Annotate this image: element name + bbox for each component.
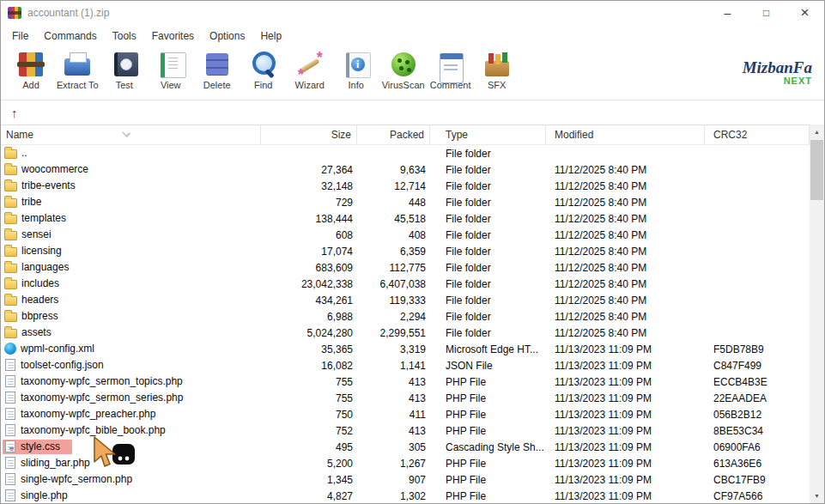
file-name-wrap: wpml-config.xml [3,342,106,356]
brand-logo: MizbanFa NEXT [743,58,812,86]
vertical-scrollbar[interactable]: ▲ ▼ [810,124,824,503]
find-button[interactable]: Find [240,50,287,91]
folder-icon [4,247,17,257]
column-header-modified[interactable]: Modified [546,125,705,144]
test-button[interactable]: Test [101,50,148,91]
add-button[interactable]: Add [8,50,54,91]
file-packed: 112,775 [357,262,430,274]
file-row[interactable]: headers 434,261 119,333 File folder 11/1… [1,292,810,308]
file-row[interactable]: includes 23,042,338 6,407,038 File folde… [1,276,810,292]
file-row[interactable]: assets 5,024,280 2,299,551 File folder 1… [1,325,810,341]
file-modified: 11/13/2023 11:09 PM [546,490,705,502]
extract-to-icon [63,51,92,78]
php-file-icon [5,408,15,420]
file-packed: 12,714 [357,180,430,192]
close-button[interactable]: × [786,1,824,25]
file-row[interactable]: licensing 17,074 6,359 File folder 11/12… [1,243,810,259]
file-packed: 1,267 [357,458,430,470]
file-modified: 11/13/2023 11:09 PM [546,360,705,372]
css-file-icon [5,440,15,452]
menu-file[interactable]: File [4,27,36,46]
virus-scan-button[interactable]: VirusScan [379,50,428,91]
column-header-crc32[interactable]: CRC32 [705,125,810,144]
menu-options[interactable]: Options [202,27,252,46]
menu-commands[interactable]: Commands [36,27,104,46]
file-size: 16,082 [261,360,357,372]
file-crc32: CF97A566 [705,490,810,502]
file-type: PHP File [430,474,546,486]
column-header-packed[interactable]: Packed [357,125,430,144]
file-modified: 11/12/2025 8:40 PM [546,295,705,307]
extract-to-button[interactable]: Extract To [54,50,101,91]
find-icon [249,51,278,78]
menu-tools[interactable]: Tools [105,27,144,46]
file-row[interactable]: sensei 608 408 File folder 11/12/2025 8:… [1,227,810,243]
file-type: File folder [430,180,546,192]
delete-button[interactable]: Delete [194,50,240,91]
scroll-up-icon[interactable]: ▲ [810,124,824,139]
minimize-button[interactable]: – [708,1,747,25]
file-name-wrap: style.css [3,440,72,454]
folder-icon [4,215,17,224]
file-row[interactable]: taxonomy-wpfc_sermon_topics.php 755 413 … [1,373,810,390]
file-row[interactable]: taxonomy-wpfc_preacher.php 750 411 PHP F… [1,406,810,422]
file-row[interactable]: .. File folder [1,145,810,161]
column-header-size[interactable]: Size [261,125,357,144]
file-row[interactable]: languages 683,609 112,775 File folder 11… [1,259,810,276]
file-name: sensei [21,228,52,240]
column-header-type[interactable]: Type [430,125,546,144]
column-headers: Name Size Packed Type Modified CRC32 [1,124,810,145]
file-name-wrap: .. [3,146,39,161]
maximize-button[interactable]: □ [747,1,786,25]
file-row[interactable]: single-wpfc_sermon.php 1,345 907 PHP Fil… [1,471,810,488]
info-button[interactable]: Info [333,50,379,91]
php-file-icon [5,489,15,501]
file-row[interactable]: sliding_bar.php 5,200 1,267 PHP File 11/… [1,455,810,471]
file-name-cell: taxonomy-wpfc_sermon_series.php [1,391,261,406]
file-packed: 119,333 [357,295,430,307]
folder-icon [4,264,17,273]
file-packed: 413 [357,425,430,437]
file-row[interactable]: templates 138,444 45,518 File folder 11/… [1,210,810,227]
file-crc32: ECCB4B3E [705,376,810,388]
sfx-button[interactable]: SFX [474,50,520,91]
sfx-icon [482,51,512,78]
file-name-cell: sliding_bar.php [1,456,261,471]
file-type: File folder [430,295,546,307]
file-packed: 2,294 [357,311,430,323]
file-size: 1,345 [261,474,357,486]
file-name: headers [21,294,58,306]
file-size: 5,200 [261,458,357,470]
column-header-name[interactable]: Name [1,125,261,144]
brand-edition: NEXT [743,76,812,86]
file-row[interactable]: tribe 729 448 File folder 11/12/2025 8:4… [1,194,810,210]
file-size: 5,024,280 [261,327,357,339]
file-row[interactable]: style.css 495 305 Cascading Style Sh... … [1,439,810,455]
menu-favorites[interactable]: Favorites [144,27,202,46]
file-row[interactable]: toolset-config.json 16,082 1,141 JSON Fi… [1,357,810,373]
wizard-button[interactable]: Wizard [287,50,333,91]
file-modified: 11/13/2023 11:09 PM [546,409,705,421]
file-name-wrap: tribe [3,195,53,209]
file-row[interactable]: woocommerce 27,364 9,634 File folder 11/… [1,161,810,178]
scrollbar-thumb[interactable] [810,140,823,200]
view-button[interactable]: View [148,50,194,91]
file-row[interactable]: taxonomy-wpfc_sermon_series.php 755 413 … [1,390,810,406]
file-row[interactable]: tribe-events 32,148 12,714 File folder 1… [1,178,810,194]
comment-button[interactable]: Comment [428,50,474,91]
title-bar: accountant (1).zip – □ × [1,1,824,25]
virus-scan-icon [389,51,418,78]
up-directory-button[interactable]: ↑ [11,106,32,120]
file-row[interactable]: taxonomy-wpfc_bible_book.php 752 413 PHP… [1,422,810,439]
file-row[interactable]: bbpress 6,988 2,294 File folder 11/12/20… [1,308,810,325]
menu-help[interactable]: Help [252,27,289,46]
file-type: PHP File [430,490,546,502]
file-size: 750 [261,409,357,421]
file-type: File folder [430,197,546,209]
file-modified: 11/12/2025 8:40 PM [546,164,705,176]
file-row[interactable]: single.php 4,827 1,302 PHP File 11/13/20… [1,488,810,503]
scroll-down-icon[interactable]: ▼ [810,489,824,503]
file-row[interactable]: wpml-config.xml 35,365 3,319 Microsoft E… [1,341,810,357]
file-modified: 11/12/2025 8:40 PM [546,197,705,209]
file-size: 4,827 [261,490,357,502]
